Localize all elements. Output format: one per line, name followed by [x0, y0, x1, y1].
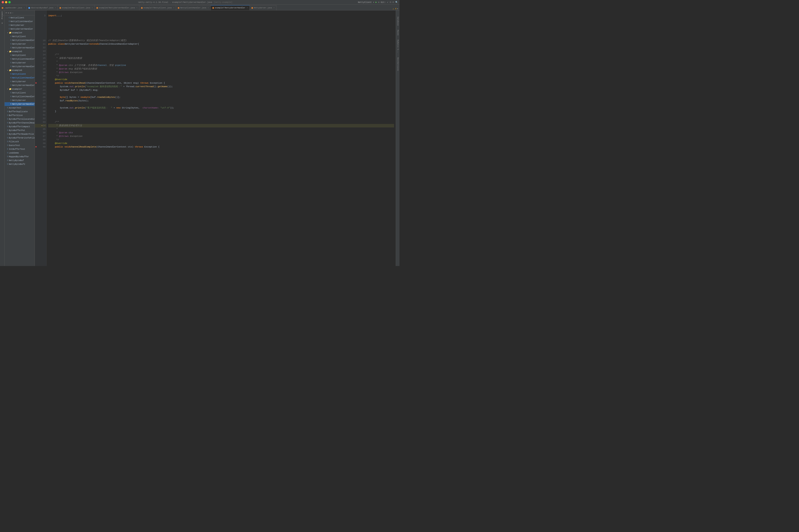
line-num-14: 14: [35, 53, 46, 57]
sidebar-item-bytebuffercompact[interactable]: CByteBufferCompact: [5, 125, 35, 129]
tab-close[interactable]: ×: [23, 7, 25, 9]
sidebar-item-bytebufferreaderfile[interactable]: CByteBufferReaderFile: [5, 132, 35, 136]
sidebar-item-bytebufferallocatedirect[interactable]: CByteBufferAllocateDirect: [5, 117, 35, 121]
tab-label: example7/NettyServerHandler: [215, 7, 245, 9]
code-line-35: *: [48, 128, 394, 131]
tab-example6-server[interactable]: example6/NettyServerHandler.java ×: [95, 5, 139, 10]
sidebar-folder-example7[interactable]: ▾ 📁 example7: [5, 87, 35, 91]
sidebar-item-ex4-nettyserverhandler[interactable]: CNettyServerHandler: [5, 46, 35, 50]
maximize-button[interactable]: [8, 1, 11, 3]
sidebar-tree: CNettyClient CNettyClientHandler CNettyS…: [5, 16, 35, 266]
sidebar-folder-example6[interactable]: ▾ 📁 example6: [5, 69, 35, 72]
tab-netty-server[interactable]: NettyServer.java ×: [250, 5, 277, 10]
code-editor: 3 10 11 12 13 14 15 16 17: [35, 11, 400, 266]
sidebar-item-ex6-nettyserver[interactable]: CNettyServer: [5, 80, 35, 83]
close-button[interactable]: [2, 1, 4, 3]
commit-icon[interactable]: ⊕: [0, 21, 4, 25]
tab-example7-server-active[interactable]: example7/NettyServerHandler ×: [211, 5, 250, 10]
sidebar-item-ex7-nettyclient[interactable]: CNettyClient: [5, 91, 35, 95]
sidebar-item-ex4-nettyclient[interactable]: CNettyClient: [5, 35, 35, 38]
line-num-10: 10: [35, 39, 46, 42]
sidebar-item-leakdemo[interactable]: CLeakDemo: [5, 151, 35, 155]
tab-age-decoder[interactable]: _ageDecoder.java ×: [0, 5, 27, 10]
code-line-18: * @param msg 就是客户端发送的数据: [48, 67, 394, 71]
sidebar-item-nettybytebuf[interactable]: CNettyByteBuf: [5, 158, 35, 162]
sidebar-item-ex6-nettyserverhandler[interactable]: CNettyServerHandler: [5, 83, 35, 87]
sidebar-item-ex7-nettyserverhandler[interactable]: CNettyServerHandler: [5, 102, 35, 106]
line-num-8: [35, 32, 46, 35]
sidebar-item-ex5-nettyserverhandler[interactable]: CNettyServerHandler: [5, 65, 35, 69]
code-line-3: import ...;: [48, 14, 394, 18]
database-icon[interactable]: Database: [397, 17, 399, 26]
line-num-15: 15: [35, 57, 46, 60]
tab-close[interactable]: ×: [208, 7, 209, 9]
code-line-10: // 自定义Handler需要继承netty 规定好的某个HandlerAdap…: [48, 39, 394, 42]
line-num-32: 32: [35, 117, 46, 120]
sidebar-item-ex4-nettyserver[interactable]: CNettyServer: [5, 42, 35, 46]
sidebar-item-bytebufferwritetofile[interactable]: CByteBufferWriteToFile: [5, 136, 35, 140]
sidebar-item-ex5-nettyclienthandler[interactable]: CNettyClientHandler: [5, 57, 35, 61]
tab-close[interactable]: ×: [55, 7, 56, 9]
line-num-21: 21: [35, 78, 46, 81]
sidebar-item-intbuffertest[interactable]: CIntBufferTest: [5, 147, 35, 151]
project-icon[interactable]: Project: [1, 11, 3, 19]
sidebar-expand-icon[interactable]: ⊞: [10, 12, 11, 14]
line-num-19: 19: [35, 71, 46, 74]
sidebar-gear-icon[interactable]: ⚙: [8, 12, 9, 14]
sidebar-item-nettyclienthandler1[interactable]: CNettyClientHandler: [5, 20, 35, 23]
maven-icon[interactable]: Maven: [397, 30, 399, 36]
sidebar-item-nettyserverhandler1[interactable]: CNettyServerHandler: [5, 27, 35, 31]
sidebar-folder-example4[interactable]: ▾ 📁 example4: [5, 31, 35, 35]
sidebar-item-guesstest[interactable]: CGuessTest: [5, 144, 35, 147]
code-line-8: [48, 32, 394, 35]
tab-netty-client-handler[interactable]: NettyClientHandler.java ×: [176, 5, 211, 10]
tab-close[interactable]: ×: [136, 7, 137, 9]
rest-services-icon[interactable]: RestServices: [397, 57, 399, 71]
line-num-37: 37: [35, 135, 46, 138]
sidebar-item-accepttest[interactable]: CAcceptTest: [5, 106, 35, 110]
sidebar-item-mappedbytebuffer[interactable]: CMappedByteBuffer: [5, 155, 35, 158]
sidebar-item-ex7-nettyclienthandler[interactable]: CNettyClientHandler: [5, 95, 35, 98]
tab-example6-client[interactable]: example6/NettyClient.java ×: [58, 5, 95, 10]
sidebar-item-nettybytebuf2[interactable]: CNettyByteBuf2: [5, 162, 35, 166]
tab-abstract-byte-buf[interactable]: AbstractByteBuf.java ×: [27, 5, 58, 10]
tab-label: _ageDecoder.java: [4, 7, 22, 9]
project-sidebar: ⟳ ⚙ ⊞ ⋯ CNettyClient CNettyClientHandler…: [5, 11, 35, 266]
code-line-30: }: [48, 110, 394, 113]
line-num-16: 16: [35, 60, 46, 64]
sidebar-folder-example5[interactable]: ▾ 📁 example5: [5, 50, 35, 53]
sidebar-item-ex4-nettyclienthandler[interactable]: CNettyClientHandler: [5, 38, 35, 42]
line-num-3: 3: [35, 14, 46, 18]
minimize-button[interactable]: [5, 1, 7, 3]
tab-dot: [251, 7, 253, 9]
tab-close[interactable]: ×: [247, 7, 248, 9]
code-line-34: * 数据读取完毕处理方法: [48, 124, 394, 128]
tab-close[interactable]: ×: [273, 7, 274, 9]
sidebar-item-bytebufferchannelread[interactable]: CByteBufferChannelRead: [5, 121, 35, 125]
sidebar-item-filelock[interactable]: CFileLock: [5, 140, 35, 144]
sidebar-item-ex5-nettyserver[interactable]: CNettyServer: [5, 61, 35, 65]
sidebar-item-ex6-nettyclienthandler[interactable]: CNettyClientHandler: [5, 76, 35, 80]
sidebar-item-bufferduplicate[interactable]: CBufferDuplicate: [5, 110, 35, 114]
tab-close[interactable]: ×: [92, 7, 93, 9]
traffic-lights: [2, 1, 11, 3]
code-line-31: [48, 113, 394, 117]
sidebar-more-icon[interactable]: ⋯: [12, 12, 13, 14]
code-line-26: byte[] bytes = new byte[buf.readableByte…: [48, 96, 394, 99]
sidebar-item-ex6-nettyclient[interactable]: CNettyClient: [5, 72, 35, 76]
sidebar-item-bytebufferput[interactable]: CByteBufferPut: [5, 129, 35, 132]
sidebar-item-nettyserver1[interactable]: CNettyServer: [5, 23, 35, 27]
code-line-32: [48, 117, 394, 120]
line-num-26: 26: [35, 96, 46, 99]
sidebar-item-nettyclient1[interactable]: CNettyClient: [5, 16, 35, 20]
sidebar-item-ex5-nettyclient[interactable]: CNettyClient: [5, 53, 35, 57]
sidebar-sync-icon[interactable]: ⟳: [5, 12, 7, 14]
mybatis-icon[interactable]: MyBatis S...: [397, 40, 399, 53]
tab-close[interactable]: ×: [173, 7, 174, 9]
line-num-6: [35, 25, 46, 28]
line-num-17: 17: [35, 64, 46, 67]
sidebar-item-ex7-nettyserver[interactable]: CNettyServer: [5, 98, 35, 102]
tab-example7-client[interactable]: example7/NettyClient.java ×: [139, 5, 176, 10]
warning-chevron[interactable]: ▾: [397, 7, 398, 10]
sidebar-item-bufferslice[interactable]: CBufferSlice: [5, 114, 35, 117]
